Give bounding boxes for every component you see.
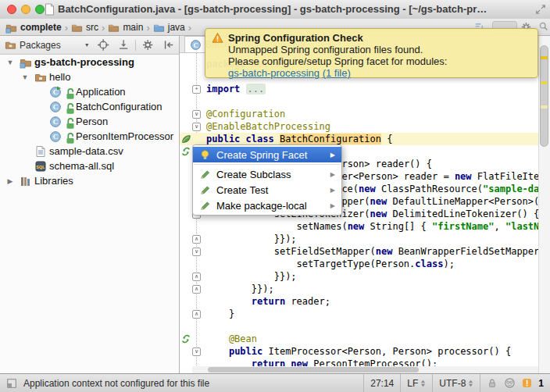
file-count-link[interactable]: (1 file) <box>323 67 351 79</box>
code-line[interactable]: @Configuration <box>180 108 538 120</box>
window-title: BatchConfiguration.java - [gs-batch-proc… <box>58 3 487 15</box>
code-line[interactable]: setFieldSetMapper(new BeanWrapperFieldSe… <box>180 245 538 258</box>
breadcrumb-item-main[interactable]: main <box>108 22 143 34</box>
settings-button[interactable] <box>141 38 154 52</box>
minimize-window-button[interactable] <box>21 5 30 14</box>
breadcrumb-separator: › <box>102 22 105 34</box>
tree-item-gs-batch-processing[interactable]: ▼gs-batch-processing <box>0 55 179 69</box>
chevron-expanded-icon[interactable]: ▼ <box>6 59 14 66</box>
class-icon: C <box>49 101 62 113</box>
tree-item-libraries[interactable]: ▶Libraries <box>0 173 179 188</box>
lock-icon[interactable] <box>487 378 498 389</box>
class-icon: C <box>49 116 62 128</box>
code-line[interactable] <box>180 320 538 333</box>
menu-item-create-spring-facet[interactable]: Create Spring Facet▶ <box>193 147 341 162</box>
editor-scrollbar[interactable] <box>538 36 550 373</box>
spring-bean-icon[interactable] <box>180 333 191 344</box>
menu-item-create-test[interactable]: Create Test▶ <box>193 182 341 198</box>
class-run-icon: C <box>49 86 62 98</box>
search-icon[interactable] <box>538 21 548 31</box>
tree-item-sample-data-csv[interactable]: sample-data.csv <box>0 144 179 159</box>
line-ending-selector[interactable]: LF <box>400 374 432 392</box>
view-selector-label: Packages <box>20 40 61 51</box>
spring-class-icon[interactable] <box>180 134 191 144</box>
tree-item-batchconfiguration[interactable]: CBatchConfiguration <box>0 99 179 114</box>
project-panel: Packages ▼ ▼gs-batch-processing▼helloCAp… <box>0 36 179 373</box>
code-line[interactable]: }}); <box>180 283 538 295</box>
code-line[interactable]: public class BatchConfiguration { <box>180 133 538 145</box>
chevron-down-icon: ▼ <box>84 42 90 48</box>
fold-marker-open[interactable]: ∨ <box>192 347 201 356</box>
fold-marker-close[interactable]: ∧ <box>192 285 201 294</box>
folder-blue-icon <box>153 22 165 34</box>
encoding-selector[interactable]: UTF-8 <box>432 374 480 392</box>
fold-marker-close[interactable]: ∧ <box>192 310 201 319</box>
chevron-expanded-icon[interactable]: ▼ <box>21 73 29 81</box>
svg-text:C: C <box>53 118 59 126</box>
breadcrumb-item-src[interactable]: src <box>71 22 98 34</box>
lock-open-icon <box>64 87 77 100</box>
warning-stripe-mark[interactable] <box>541 81 548 84</box>
code-line[interactable]: }}); <box>180 270 538 283</box>
toolwindow-toggle-icon[interactable] <box>6 378 17 389</box>
locate-file-button[interactable] <box>97 38 109 52</box>
code-line[interactable]: return reader; <box>180 295 538 308</box>
tree-item-application[interactable]: CApplication <box>0 84 179 99</box>
warning-stripe-mark[interactable] <box>541 56 548 59</box>
scroll-from-source-button[interactable] <box>117 38 130 52</box>
spring-bean-icon[interactable] <box>180 146 191 157</box>
fold-marker-open[interactable]: ∨ <box>192 248 201 256</box>
packages-icon <box>5 39 16 51</box>
horizontal-scrollbar[interactable] <box>192 366 538 373</box>
fold-marker-close[interactable]: ∧ <box>192 273 201 281</box>
code-line[interactable]: setNames(new String[] { "firstName", "la… <box>180 220 538 233</box>
code-line[interactable]: }}); <box>180 233 538 245</box>
breadcrumb-separator: › <box>65 22 68 34</box>
code-line[interactable]: @EnableBatchProcessing <box>180 120 538 133</box>
warning-badge-icon[interactable] <box>522 378 532 388</box>
scrollbar-thumb[interactable] <box>540 45 548 147</box>
caret-position[interactable]: 27:14 <box>363 374 400 392</box>
sql-icon: SQL <box>34 160 47 173</box>
code-line[interactable]: import ... <box>180 83 538 95</box>
view-selector-combo[interactable]: Packages ▼ <box>0 39 93 51</box>
code-line[interactable]: @Bean <box>180 333 538 345</box>
fold-marker-open[interactable]: ∨ <box>192 123 201 131</box>
tree-item-hello[interactable]: ▼hello <box>0 69 179 84</box>
horizontal-scrollbar-thumb[interactable] <box>208 367 419 372</box>
close-window-button[interactable] <box>7 5 16 14</box>
tree-item-schema-all-sql[interactable]: SQLschema-all.sql <box>0 159 179 173</box>
balloon-message-2: Please configure/setup Spring facet for … <box>228 55 531 67</box>
submenu-arrow-icon: ▶ <box>330 171 335 178</box>
menu-item-make-package-local[interactable]: Make package-local▶ <box>193 198 341 213</box>
code-line[interactable]: setTargetType(Person.class); <box>180 258 538 270</box>
updown-icon <box>420 379 426 388</box>
inspector-icon[interactable] <box>504 377 516 389</box>
warning-stripe-mark[interactable] <box>541 105 548 109</box>
breadcrumb-item-java[interactable]: java <box>153 22 185 34</box>
warning-icon <box>212 32 223 44</box>
fold-marker-open[interactable]: ∨ <box>192 110 201 119</box>
module-link[interactable]: gs-batch-processing <box>228 67 320 79</box>
tree-item-person[interactable]: CPerson <box>0 114 179 129</box>
menu-item-create-subclass[interactable]: Create Subclass▶ <box>193 166 341 182</box>
fold-marker-close[interactable]: ∧ <box>192 235 201 244</box>
status-icons: 1 <box>480 374 550 392</box>
class-icon: C <box>190 39 202 51</box>
code-line[interactable]: } <box>180 308 538 320</box>
fold-marker-plus[interactable]: + <box>192 85 201 94</box>
pencil-icon <box>199 184 211 196</box>
tree-item-personitemprocessor[interactable]: CPersonItemProcessor <box>0 129 179 144</box>
hide-panel-button[interactable] <box>162 38 175 52</box>
svg-text:C: C <box>53 103 59 111</box>
code-line[interactable] <box>180 95 538 108</box>
bulb-icon <box>199 149 211 161</box>
code-line[interactable]: public ItemProcessor<Person, Person> pro… <box>180 345 538 358</box>
svg-text:SQL: SQL <box>36 164 45 169</box>
chevron-collapsed-icon[interactable]: ▶ <box>6 177 14 185</box>
fullscreen-icon[interactable] <box>535 4 546 15</box>
project-toolbar: Packages ▼ <box>0 36 179 55</box>
warning-count: 1 <box>538 378 544 389</box>
breadcrumb-item-complete[interactable]: complete <box>5 22 62 34</box>
zoom-window-button[interactable] <box>35 5 45 14</box>
